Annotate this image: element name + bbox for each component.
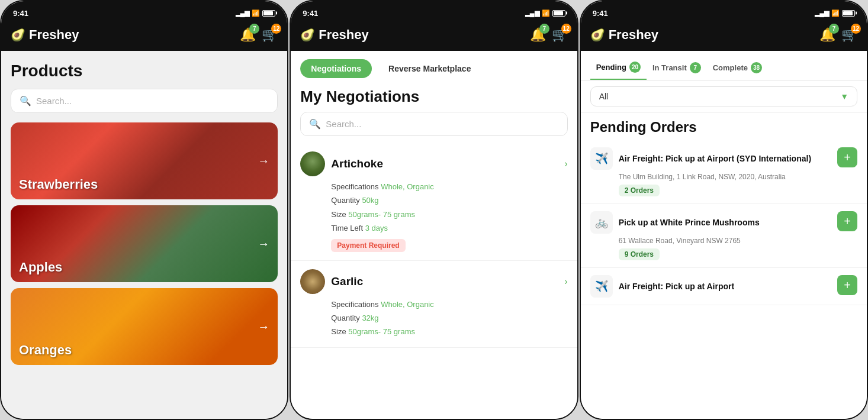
cart-wrapper-1[interactable]: 🛒 12 [262,27,278,43]
order-3-title: Air Freight: Pick up at Airport [619,281,735,292]
tab-pending-count: 20 [629,62,641,73]
battery-icon-2 [552,10,565,17]
signal-icon-3: ▂▄▆ [815,9,829,17]
garlic-title-row: Garlic [300,269,363,294]
status-icons-1: ▂▄▆ 📶 [236,9,276,17]
cart-wrapper-3[interactable]: 🛒 12 [841,27,857,43]
apples-arrow: → [258,237,269,251]
notification-wrapper-2[interactable]: 🔔 7 [530,27,546,43]
neg-item-artichoke[interactable]: Artichoke › Specifications Whole, Organi… [291,143,577,261]
artichoke-chevron: › [564,159,567,169]
status-bar-1: 9:41 ▂▄▆ 📶 [1,1,287,22]
garlic-quantity: Quantity 32kg [331,311,567,325]
product-cards: Strawberries → Apples → Oranges → [11,122,278,365]
tab-reverse-marketplace[interactable]: Reverse Marketplace [378,59,481,78]
product-card-oranges[interactable]: Oranges → [11,288,278,365]
order-1-add-button[interactable]: + [837,147,857,167]
signal-icon-2: ▂▄▆ [525,9,539,17]
app-header-2: 🥑 Freshey 🔔 7 🛒 12 [291,22,577,51]
search-placeholder-1: Search... [36,96,72,106]
app-logo-3: 🥑 Freshey [590,27,658,43]
products-title: Products [11,62,278,80]
order-item-3[interactable]: ✈️ Air Freight: Pick up at Airport + [581,268,867,305]
garlic-size: Size 50grams- 75 grams [331,325,567,338]
products-search-bar[interactable]: 🔍 Search... [11,89,278,113]
search-icon-2: 🔍 [309,118,321,130]
order-1-header: ✈️ Air Freight: Pick up at Airport (SYD … [590,147,857,170]
order-item-2[interactable]: 🚲 Pick up at White Prince Mushrooms + 61… [581,204,867,268]
app-logo-1: 🥑 Freshey [11,27,79,43]
filter-row: All ▼ [581,80,867,113]
phone-products: 9:41 ▂▄▆ 📶 🥑 Freshey 🔔 7 🛒 12 [0,0,288,420]
tab-pending-label: Pending [596,63,626,72]
negotiations-search-bar[interactable]: 🔍 Search... [300,112,567,136]
tab-in-transit[interactable]: In Transit 7 [647,58,707,80]
phone-negotiations: 9:41 ▂▄▆ 📶 🥑 Freshey 🔔 7 🛒 12 [290,0,578,420]
artichoke-name: Artichoke [331,157,383,170]
time-3: 9:41 [593,9,608,18]
app-header-1: 🥑 Freshey 🔔 7 🛒 12 [1,22,287,51]
order-1-icon: ✈️ [590,147,613,170]
tab-negotiations[interactable]: Negotiations [300,59,372,78]
cart-badge-2: 12 [561,24,571,34]
orders-content: Pending 20 In Transit 7 Complete 38 All … [581,51,867,419]
artichoke-title-row: Artichoke [300,151,383,176]
negotiations-section-title: My Negotiations [291,84,577,112]
order-2-count: 9 Orders [619,248,660,260]
app-name-2: Freshey [319,27,368,43]
app-name-3: Freshey [609,27,658,43]
tab-complete[interactable]: Complete 38 [707,58,768,80]
battery-icon-3 [842,10,855,17]
order-2-add-button[interactable]: + [837,211,857,231]
signal-icon-1: ▂▄▆ [236,9,250,17]
artichoke-payment-badge: Payment Required [331,239,405,252]
order-2-address: 61 Wallace Road, Vineyard NSW 2765 [590,237,857,245]
order-2-icon-area: 🚲 Pick up at White Prince Mushrooms [590,211,831,234]
product-card-apples[interactable]: Apples → [11,205,278,282]
app-header-3: 🥑 Freshey 🔔 7 🛒 12 [581,22,867,51]
header-actions-3: 🔔 7 🛒 12 [819,27,857,43]
orders-tab-bar: Pending 20 In Transit 7 Complete 38 [581,51,867,80]
wifi-icon-2: 📶 [542,9,550,17]
status-bar-2: 9:41 ▂▄▆ 📶 [291,1,577,22]
notification-badge-2: 7 [539,24,549,34]
notification-wrapper-3[interactable]: 🔔 7 [819,27,835,43]
notification-badge-1: 7 [249,24,259,34]
chevron-down-icon: ▼ [840,92,848,101]
tab-complete-count: 38 [751,62,762,73]
order-2-header: 🚲 Pick up at White Prince Mushrooms + [590,211,857,234]
product-card-strawberries[interactable]: Strawberries → [11,122,278,199]
artichoke-avatar [300,151,325,176]
garlic-name: Garlic [331,275,363,288]
artichoke-time: Time Left 3 days [331,221,567,235]
order-1-count: 2 Orders [619,185,660,196]
products-scroll: Products 🔍 Search... Strawberries → Appl… [1,51,287,419]
search-icon-1: 🔍 [20,95,31,106]
order-3-add-button[interactable]: + [837,275,857,295]
order-3-icon-area: ✈️ Air Freight: Pick up at Airport [590,275,831,298]
order-item-1[interactable]: ✈️ Air Freight: Pick up at Airport (SYD … [581,140,867,204]
filter-dropdown[interactable]: All ▼ [590,86,857,106]
cart-wrapper-2[interactable]: 🛒 12 [552,27,568,43]
notification-wrapper-1[interactable]: 🔔 7 [240,27,256,43]
wifi-icon-1: 📶 [252,9,260,17]
neg-item-garlic[interactable]: Garlic › Specifications Whole, Organic Q… [291,261,577,348]
order-1-icon-area: ✈️ Air Freight: Pick up at Airport (SYD … [590,147,831,170]
tab-complete-label: Complete [713,63,748,72]
garlic-avatar [300,269,325,294]
time-1: 9:41 [13,9,28,18]
order-2-icon: 🚲 [590,211,613,234]
avocado-icon-1: 🥑 [11,28,25,42]
artichoke-details: Specifications Whole, Organic Quantity 5… [300,180,567,235]
negotiations-list: Artichoke › Specifications Whole, Organi… [291,143,577,419]
garlic-specs: Specifications Whole, Organic [331,298,567,311]
negotiations-content: Negotiations Reverse Marketplace My Nego… [291,51,577,419]
products-content: Products 🔍 Search... Strawberries → Appl… [1,51,287,419]
phone-orders: 9:41 ▂▄▆ 📶 🥑 Freshey 🔔 7 🛒 12 [580,0,868,420]
artichoke-header: Artichoke › [300,151,567,176]
tab-pending[interactable]: Pending 20 [590,58,647,80]
order-2-title: Pick up at White Prince Mushrooms [619,217,760,228]
wifi-icon-3: 📶 [831,9,840,17]
filter-value: All [599,92,609,101]
order-1-address: The Ulm Building, 1 Link Road, NSW, 2020… [590,173,857,181]
